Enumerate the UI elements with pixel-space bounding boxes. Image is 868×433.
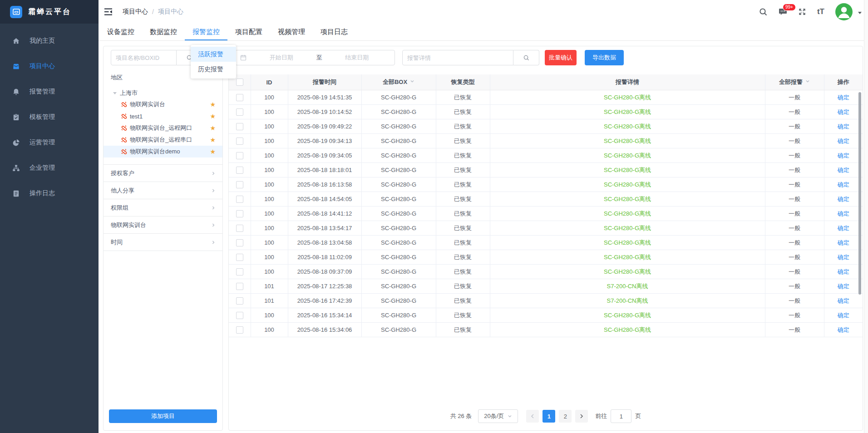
page-button-2[interactable]: 2 (559, 410, 572, 423)
tree-project-item[interactable]: test1★ (104, 110, 222, 122)
row-checkbox[interactable] (236, 239, 243, 246)
confirm-link[interactable]: 确定 (838, 297, 849, 304)
user-menu-caret-icon[interactable] (858, 12, 862, 16)
row-checkbox[interactable] (236, 181, 243, 188)
confirm-link[interactable]: 确定 (838, 254, 849, 261)
row-checkbox[interactable] (236, 138, 243, 145)
select-all-checkbox[interactable] (236, 79, 243, 86)
table-scrollbar-thumb[interactable] (858, 92, 861, 295)
confirm-link[interactable]: 确定 (838, 123, 849, 130)
row-checkbox[interactable] (236, 167, 243, 174)
next-page-button[interactable] (575, 410, 588, 423)
cell-id: 100 (251, 207, 288, 221)
tab-video-manage[interactable]: 视频管理 (270, 24, 313, 40)
row-checkbox[interactable] (236, 326, 243, 334)
messages-icon[interactable]: 99+ (779, 8, 787, 16)
alarm-search-button[interactable] (513, 50, 539, 65)
font-size-icon[interactable]: tT (817, 7, 824, 16)
project-search-input[interactable] (111, 50, 177, 65)
sidebar-item-enterprise[interactable]: 企业管理 (0, 155, 99, 181)
confirm-link[interactable]: 确定 (838, 239, 849, 246)
row-checkbox[interactable] (236, 312, 243, 319)
panel-section-item[interactable]: 授权客户 (104, 165, 222, 182)
search-icon[interactable] (759, 8, 768, 16)
confirm-link[interactable]: 确定 (838, 225, 849, 231)
cell-time: 2025-08-18 13:54:17 (288, 221, 361, 236)
page-scrollbar[interactable] (864, 0, 868, 433)
column-header[interactable]: 全部BOX (361, 74, 436, 90)
dropdown-item-history-alarm[interactable]: 历史报警 (191, 62, 236, 77)
confirm-link[interactable]: 确定 (838, 181, 849, 188)
cell-id: 100 (251, 308, 288, 323)
favorite-star-icon[interactable]: ★ (210, 124, 216, 132)
confirm-link[interactable]: 确定 (838, 268, 849, 275)
chevron-down-icon[interactable] (805, 79, 810, 84)
page-button-1[interactable]: 1 (542, 410, 555, 423)
sidebar-item-alarm[interactable]: 报警管理 (0, 79, 99, 104)
tab-device-monitor[interactable]: 设备监控 (99, 24, 142, 40)
confirm-link[interactable]: 确定 (838, 152, 849, 159)
favorite-star-icon[interactable]: ★ (210, 101, 216, 108)
fullscreen-icon[interactable] (798, 8, 806, 16)
dropdown-item-active-alarm[interactable]: 活跃报警 (191, 47, 236, 62)
tree-project-item[interactable]: 物联网实训台demo★ (104, 146, 222, 157)
favorite-star-icon[interactable]: ★ (210, 148, 216, 155)
column-header[interactable]: 全部报警 (765, 74, 824, 90)
page-size-select[interactable]: 20条/页 (478, 409, 518, 423)
confirm-link[interactable]: 确定 (838, 326, 849, 333)
sidebar-item-log[interactable]: 操作日志 (0, 181, 99, 206)
panel-section-item[interactable]: 权限组 (104, 199, 222, 216)
tab-data-monitor[interactable]: 数据监控 (142, 24, 185, 40)
end-date-input[interactable]: 结束日期 (324, 54, 390, 62)
prev-page-button[interactable] (526, 410, 539, 423)
confirm-link[interactable]: 确定 (838, 283, 849, 290)
panel-section-item[interactable]: 他人分享 (104, 182, 222, 199)
row-checkbox[interactable] (236, 254, 243, 261)
confirm-link[interactable]: 确定 (838, 108, 849, 115)
confirm-link[interactable]: 确定 (838, 167, 849, 173)
breadcrumb-root[interactable]: 项目中心 (123, 8, 148, 16)
add-project-button[interactable]: 添加项目 (109, 409, 217, 423)
chevron-down-icon[interactable] (410, 79, 414, 84)
row-checkbox[interactable] (236, 210, 243, 217)
sidebar-item-home[interactable]: 我的主页 (0, 28, 99, 54)
batch-confirm-button[interactable]: 批量确认 (545, 50, 577, 65)
tab-project-log[interactable]: 项目日志 (313, 24, 355, 40)
tree-project-item[interactable]: 物联网实训台_远程网口★ (104, 122, 222, 134)
favorite-star-icon[interactable]: ★ (210, 136, 216, 143)
row-checkbox[interactable] (236, 94, 243, 101)
sidebar-item-project[interactable]: 项目中心 (0, 54, 99, 79)
user-avatar[interactable] (835, 3, 853, 20)
table-row: 1002025-08-18 13:54:17SC-GH280-G已恢复SC-GH… (229, 221, 863, 236)
sidebar-item-operation[interactable]: 运营管理 (0, 130, 99, 155)
export-data-button[interactable]: 导出数据 (585, 50, 624, 65)
row-checkbox[interactable] (236, 283, 243, 290)
confirm-link[interactable]: 确定 (838, 94, 849, 101)
tab-project-config[interactable]: 项目配置 (227, 24, 270, 40)
row-checkbox[interactable] (236, 297, 243, 305)
goto-page-input[interactable] (611, 409, 631, 423)
row-checkbox[interactable] (236, 152, 243, 159)
sidebar-collapse-icon[interactable] (104, 8, 113, 15)
panel-section-item[interactable]: 物联网实训台 (104, 216, 222, 234)
confirm-link[interactable]: 确定 (838, 138, 849, 144)
row-checkbox[interactable] (236, 196, 243, 203)
tree-project-item[interactable]: 物联网实训台_远程串口★ (104, 134, 222, 146)
tree-node-city[interactable]: 上海市 (104, 88, 222, 98)
tab-alarm-monitor[interactable]: 报警监控 (185, 24, 227, 40)
confirm-link[interactable]: 确定 (838, 210, 849, 217)
row-checkbox[interactable] (236, 268, 243, 276)
row-checkbox[interactable] (236, 123, 243, 130)
confirm-link[interactable]: 确定 (838, 196, 849, 202)
favorite-star-icon[interactable]: ★ (210, 113, 216, 120)
alarm-detail-input[interactable] (402, 50, 513, 65)
panel-section-item[interactable]: 时间 (104, 234, 222, 251)
tree-project-item[interactable]: 物联网实训台★ (104, 98, 222, 110)
sidebar-item-template[interactable]: 模板管理 (0, 104, 99, 130)
row-checkbox[interactable] (236, 108, 243, 116)
row-checkbox[interactable] (236, 225, 243, 232)
date-range-picker[interactable]: 开始日期 至 结束日期 (235, 50, 395, 65)
start-date-input[interactable]: 开始日期 (248, 54, 315, 62)
tree-expand-icon[interactable] (113, 92, 117, 96)
confirm-link[interactable]: 确定 (838, 312, 849, 319)
